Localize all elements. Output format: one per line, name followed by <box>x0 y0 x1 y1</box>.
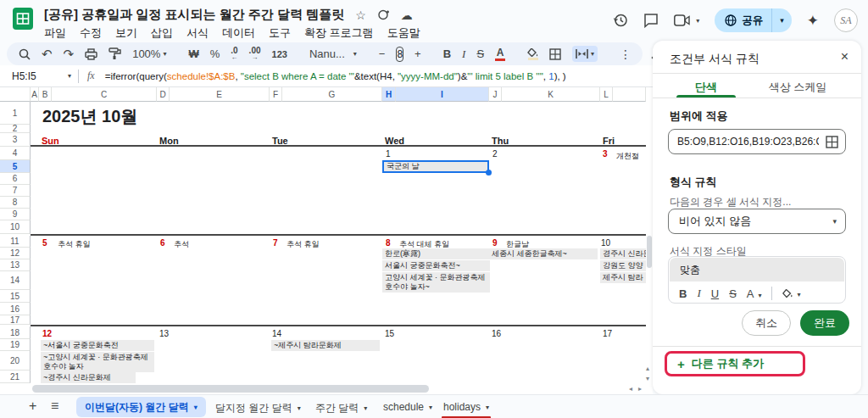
menu-extensions[interactable]: 확장 프로그램 <box>298 24 381 42</box>
row-header-16[interactable]: 16 <box>0 303 31 315</box>
row-header-13[interactable]: 13 <box>0 259 31 271</box>
share-button[interactable]: 공유 ▾ <box>715 8 792 32</box>
menu-tools[interactable]: 도구 <box>262 24 298 42</box>
row-header-18[interactable]: 18 <box>0 326 31 339</box>
sheet-tab-schedule[interactable]: schedule ▾ <box>383 401 432 413</box>
access-badge-icon[interactable] <box>377 8 390 21</box>
calendar-day-number[interactable]: 7 <box>273 238 278 248</box>
avatar[interactable]: SA <box>834 8 858 32</box>
paint-format-icon[interactable] <box>108 47 121 60</box>
col-header-C[interactable]: C <box>52 87 157 102</box>
calendar-event-cell[interactable]: 고양시 세계꽃 · 문화관광축제 호수야 놀자~ <box>382 272 490 293</box>
close-icon[interactable]: × <box>841 49 849 64</box>
calendar-holiday-label[interactable]: 추석 휴일 <box>58 239 91 250</box>
style-underline-button[interactable]: U <box>711 287 719 300</box>
sheet-tab-caret-icon[interactable]: ▾ <box>364 404 367 412</box>
text-color-button[interactable]: A <box>495 47 505 61</box>
calendar-day-number[interactable]: 12 <box>42 329 52 338</box>
fill-color-button[interactable] <box>527 48 538 60</box>
undo-icon[interactable]: ↶ <box>42 47 53 62</box>
row-header-6[interactable]: 6 <box>0 173 31 185</box>
comments-icon[interactable] <box>643 13 659 28</box>
range-input[interactable]: B5:O9,B12:O16,B19:O23,B26:O30,B33 <box>668 129 846 154</box>
add-another-rule-button[interactable]: 다른 규칙 추가 <box>692 356 764 371</box>
calendar-day-number[interactable]: 3 <box>603 149 608 159</box>
merge-cells-button[interactable]: ▾ <box>572 46 598 62</box>
sheet-tab-caret-icon[interactable]: ▾ <box>429 404 432 411</box>
add-sheet-icon[interactable]: + <box>29 398 36 414</box>
version-history-icon[interactable] <box>613 13 628 28</box>
row-header-12[interactable]: 12 <box>0 248 31 259</box>
sheet-tab-holidays[interactable]: holidays ▾ <box>443 401 489 413</box>
row-header-9[interactable]: 9 <box>0 209 31 220</box>
calendar-day-number[interactable]: 8 <box>386 238 391 248</box>
calendar-event-cell[interactable]: 경주시 신라문 <box>600 248 646 259</box>
col-header-L[interactable]: L <box>600 87 613 102</box>
col-header-M-partial[interactable] <box>613 87 646 102</box>
calendar-event-cell[interactable]: 서울시 궁중문화축전~ <box>382 260 490 271</box>
sheet-tab-caret-icon[interactable]: ▾ <box>194 404 198 411</box>
calendar-event-cell[interactable]: 세종시 세종한글축제~ <box>489 248 598 259</box>
meet-camera-button[interactable]: ▾ <box>674 14 699 26</box>
calendar-day-number[interactable]: 2 <box>492 149 498 159</box>
format-percent-button[interactable]: % <box>210 47 220 60</box>
menu-insert[interactable]: 삽입 <box>144 24 180 42</box>
calendar-event-cell[interactable]: ~제주시 탐라문화제 <box>271 340 380 351</box>
style-italic-button[interactable]: I <box>697 287 700 300</box>
condition-select[interactable]: 비어 있지 않음 ▾ <box>668 209 846 234</box>
done-button[interactable]: 완료 <box>800 310 849 336</box>
col-header-A[interactable]: A <box>31 87 39 102</box>
sheet-tab-current-month[interactable]: 이번달(자동) 월간 달력 ▾ <box>76 397 206 417</box>
strikethrough-button[interactable]: S <box>476 47 484 60</box>
scroll-left-icon[interactable]: ◂ <box>629 386 632 393</box>
calendar-holiday-label[interactable]: 개천절 <box>616 151 639 162</box>
col-header-B[interactable]: B <box>39 87 52 102</box>
style-text-color-button[interactable]: A▾ <box>747 288 762 299</box>
calendar-day-number[interactable]: 10 <box>601 238 610 248</box>
increase-font-size-button[interactable]: + <box>415 47 421 60</box>
cancel-button[interactable]: 취소 <box>742 310 791 336</box>
row-header-11[interactable]: 11 <box>0 236 31 248</box>
calendar-day-number[interactable]: 6 <box>160 238 165 248</box>
formula-input[interactable]: =iferror(query(schedule!$A:$B, "select B… <box>105 71 566 81</box>
vertical-scrollbar[interactable] <box>647 236 652 268</box>
calendar-day-number[interactable]: 9 <box>492 238 498 248</box>
sheet-tab-caret-icon[interactable]: ▾ <box>298 404 301 412</box>
increase-decimal-button[interactable]: .00→ <box>249 47 261 61</box>
col-header-K[interactable]: K <box>502 87 600 102</box>
document-title[interactable]: [공유] 공휴일과 일정 표시되는 월간 주간 달력 템플릿 <box>44 7 344 23</box>
calendar-day-number[interactable]: 1 <box>386 149 391 159</box>
row-header-4[interactable]: 4 <box>0 147 31 160</box>
menu-help[interactable]: 도움말 <box>381 24 427 42</box>
row-header-5[interactable]: 5 <box>0 160 31 173</box>
style-bold-button[interactable]: B <box>679 287 687 300</box>
calendar-day-number[interactable]: 13 <box>159 329 169 338</box>
row-header-14[interactable]: 14 <box>0 271 31 290</box>
scroll-up-icon[interactable]: ▴ <box>646 365 649 372</box>
col-header-G[interactable]: G <box>282 87 382 102</box>
calendar-event-cell[interactable]: ~서울시 궁중문화축전 <box>41 340 154 351</box>
font-size-input[interactable]: 8 <box>396 47 403 62</box>
calendar-day-number[interactable]: 17 <box>603 329 612 338</box>
selected-cell[interactable]: 국군의 날 <box>382 160 489 173</box>
row-header-10[interactable]: 10 <box>0 220 31 234</box>
row-header-8[interactable]: 8 <box>0 197 31 209</box>
decrease-decimal-button[interactable]: .0← <box>231 47 237 61</box>
sheet-tab-weekly[interactable]: 주간 달력 ▾ <box>315 401 367 415</box>
row-header-17[interactable]: 17 <box>0 315 31 325</box>
print-icon[interactable] <box>85 48 97 60</box>
row-header-19[interactable]: 19 <box>0 339 31 351</box>
scroll-down-icon[interactable]: ▾ <box>646 376 649 382</box>
select-all-corner[interactable] <box>0 87 31 102</box>
borders-button[interactable] <box>549 48 561 60</box>
search-icon[interactable] <box>19 48 31 60</box>
font-select[interactable]: Nanu...▾ <box>309 47 357 60</box>
scroll-right-icon[interactable]: ▸ <box>638 386 642 393</box>
col-header-J[interactable]: J <box>489 87 502 102</box>
style-strikethrough-button[interactable]: S <box>729 287 737 300</box>
menu-view[interactable]: 보기 <box>108 24 144 42</box>
menu-file[interactable]: 파일 <box>37 24 73 42</box>
star-icon[interactable]: ☆ <box>355 8 366 22</box>
save-status-cloud-icon[interactable]: ☁ <box>401 8 413 22</box>
italic-button[interactable]: I <box>462 47 465 61</box>
